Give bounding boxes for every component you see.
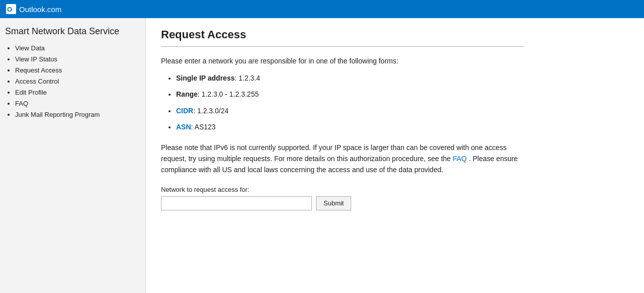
network-label: Network to request access for:	[161, 186, 629, 193]
svg-text:O: O	[7, 6, 12, 13]
sidebar-nav-item: Edit Profile	[15, 88, 140, 96]
faq-link[interactable]: FAQ	[453, 155, 467, 163]
sidebar-nav-link[interactable]: View IP Status	[15, 55, 57, 63]
sidebar-nav-item: View IP Status	[15, 55, 140, 63]
sidebar-nav-link[interactable]: View Data	[15, 44, 45, 52]
sidebar: Smart Network Data Service View DataView…	[0, 18, 146, 293]
section-divider	[161, 46, 523, 47]
format-item: ASN: AS123	[176, 121, 629, 132]
sidebar-nav: View DataView IP StatusRequest AccessAcc…	[5, 44, 140, 118]
format-value: : AS123	[191, 123, 216, 131]
main-content: Request Access Please enter a network yo…	[146, 18, 644, 293]
format-value: : 1.2.3.4	[234, 74, 260, 82]
format-list: Single IP address: 1.2.3.4Range: 1.2.3.0…	[161, 72, 629, 133]
note-text: Please note that IPv6 is not currently s…	[161, 142, 523, 176]
office-icon: O	[6, 4, 16, 14]
format-item: Range: 1.2.3.0 - 1.2.3.255	[176, 89, 629, 100]
format-label: Range	[176, 90, 198, 98]
format-value: : 1.2.3.0/24	[193, 107, 228, 115]
header: O Outlook.com	[0, 0, 644, 18]
sidebar-nav-item: View Data	[15, 44, 140, 52]
sidebar-nav-link[interactable]: Junk Mail Reporting Program	[15, 111, 100, 118]
sidebar-nav-link[interactable]: Access Control	[15, 78, 59, 85]
header-logo: O Outlook.com	[6, 4, 61, 14]
format-item: Single IP address: 1.2.3.4	[176, 72, 629, 84]
intro-text: Please enter a network you are responsib…	[161, 56, 523, 66]
format-label: CIDR	[176, 107, 193, 115]
format-value: : 1.2.3.0 - 1.2.3.255	[198, 90, 259, 98]
format-item: CIDR: 1.2.3.0/24	[176, 105, 629, 116]
submit-button[interactable]: Submit	[316, 196, 351, 210]
format-label: ASN	[176, 123, 191, 131]
header-logo-text: Outlook.com	[19, 5, 61, 14]
page-title: Request Access	[161, 28, 629, 41]
sidebar-nav-item: FAQ	[15, 99, 140, 107]
sidebar-nav-item: Junk Mail Reporting Program	[15, 110, 140, 118]
network-form: Submit	[161, 196, 629, 210]
sidebar-nav-link[interactable]: Request Access	[15, 66, 62, 74]
network-section: Network to request access for: Submit	[161, 186, 629, 210]
sidebar-title: Smart Network Data Service	[5, 26, 140, 37]
format-label: Single IP address	[176, 74, 234, 82]
layout: Smart Network Data Service View DataView…	[0, 18, 644, 293]
network-input[interactable]	[161, 196, 312, 210]
sidebar-nav-item: Access Control	[15, 77, 140, 85]
sidebar-nav-link[interactable]: Edit Profile	[15, 89, 47, 96]
sidebar-nav-item: Request Access	[15, 66, 140, 74]
sidebar-nav-link[interactable]: FAQ	[15, 100, 28, 107]
